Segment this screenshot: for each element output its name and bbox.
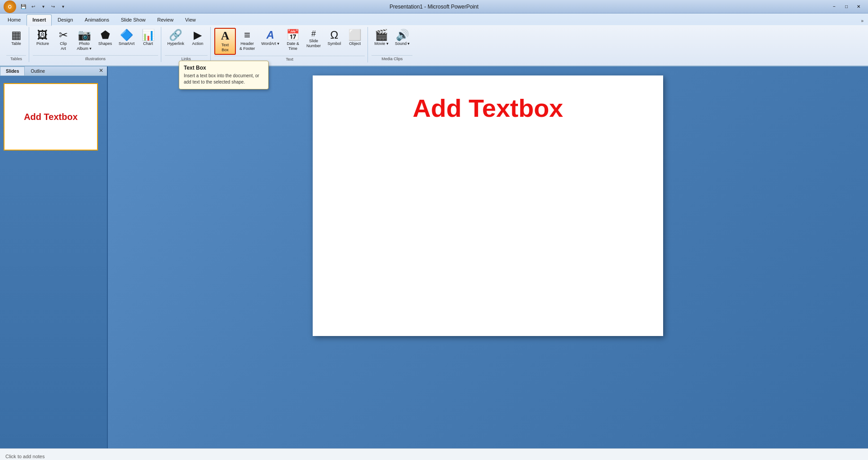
sidebar-tab-slides[interactable]: Slides [0, 66, 25, 75]
clipart-button[interactable]: ✂ Clip Art [53, 28, 73, 53]
shapes-label: Shapes [98, 41, 112, 46]
photoalbum-button[interactable]: 📷 Photo Album ▾ [74, 28, 94, 53]
save-button[interactable]: 💾 [19, 2, 28, 11]
notes-bar[interactable]: Click to add notes [0, 448, 868, 460]
headerfooter-label: Header & Footer [239, 41, 255, 51]
notes-placeholder: Click to add notes [5, 454, 44, 459]
links-group-items: 🔗 Hyperlink ▶ Action [165, 28, 208, 54]
hyperlink-button[interactable]: 🔗 Hyperlink [165, 28, 187, 48]
slidenumber-icon: # [311, 30, 316, 38]
canvas-area: Add Textbox [108, 66, 868, 448]
hyperlink-label: Hyperlink [168, 41, 185, 46]
shapes-icon: ⬟ [101, 30, 110, 40]
datetime-icon: 📅 [286, 30, 300, 40]
illustrations-group-label: Illustrations [33, 55, 158, 61]
minimize-button[interactable]: − [828, 2, 840, 11]
window-controls: − □ ✕ [828, 2, 864, 11]
object-icon: ⬜ [348, 30, 362, 40]
datetime-button[interactable]: 📅 Date & Time [283, 28, 303, 53]
headerfooter-icon: ≡ [244, 30, 250, 40]
picture-icon: 🖼 [37, 30, 48, 40]
chart-button[interactable]: 📊 Chart [138, 28, 158, 48]
office-button[interactable]: O [4, 0, 16, 13]
wordart-button[interactable]: A WordArt ▾ [259, 28, 282, 48]
text-group-items: A Text Box ≡ Header & Footer A WordArt ▾… [214, 28, 365, 55]
headerfooter-button[interactable]: ≡ Header & Footer [237, 28, 258, 53]
slide-thumb-container: 1 Add Textbox [4, 83, 103, 150]
window-title: Presentation1 - Microsoft PowerPoint [390, 4, 478, 10]
tab-view[interactable]: View [179, 14, 202, 25]
quick-access-toolbar: 💾 ↩ ▾ ↪ ▾ [19, 2, 67, 11]
ribbon-content: ▦ Table Tables 🖼 Picture ✂ Clip Art 📷 [0, 25, 868, 66]
ribbon-group-tables: ▦ Table Tables [4, 27, 29, 62]
title-bar-left: O 💾 ↩ ▾ ↪ ▾ [4, 0, 67, 13]
tab-design[interactable]: Design [52, 14, 79, 25]
action-button[interactable]: ▶ Action [188, 28, 208, 48]
tables-group-label: Tables [6, 55, 26, 61]
smartart-button[interactable]: 🔷 SmartArt [116, 28, 137, 48]
redo-button[interactable]: ↪ [49, 2, 58, 11]
title-bar: O 💾 ↩ ▾ ↪ ▾ Presentation1 - Microsoft Po… [0, 0, 868, 13]
slide-panel: 1 Add Textbox [0, 76, 107, 448]
customize-quick-access[interactable]: ▾ [58, 2, 67, 11]
action-icon: ▶ [194, 30, 202, 40]
movie-label: Movie ▾ [374, 41, 389, 46]
tab-home[interactable]: Home [2, 14, 27, 25]
picture-label: Picture [36, 41, 49, 46]
tables-group-items: ▦ Table [6, 28, 26, 54]
slide-canvas[interactable]: Add Textbox [313, 75, 663, 336]
ribbon-tabs: Home Insert Design Animations Slide Show… [0, 13, 868, 25]
slide-thumb-text: Add Textbox [24, 112, 78, 122]
object-button[interactable]: ⬜ Object [345, 28, 365, 48]
sound-label: Sound ▾ [395, 41, 410, 46]
chart-icon: 📊 [142, 30, 155, 40]
slidenumber-button[interactable]: # Slide Number [304, 28, 323, 50]
shapes-button[interactable]: ⬟ Shapes [95, 28, 115, 48]
textbox-button[interactable]: A Text Box [214, 28, 236, 55]
hyperlink-icon: 🔗 [169, 30, 182, 40]
tab-slideshow[interactable]: Slide Show [115, 14, 151, 25]
tab-review[interactable]: Review [151, 14, 179, 25]
symbol-button[interactable]: Ω Symbol [324, 28, 344, 48]
textbox-label: Text Box [221, 43, 229, 53]
symbol-label: Symbol [328, 41, 341, 46]
tooltip-textbox: Text Box Insert a text box into the docu… [179, 61, 269, 89]
table-button[interactable]: ▦ Table [6, 28, 26, 48]
ribbon: Home Insert Design Animations Slide Show… [0, 13, 868, 66]
clipart-icon: ✂ [59, 30, 68, 40]
symbol-icon: Ω [330, 30, 338, 40]
main-area: Slides Outline ✕ 1 Add Textbox Add Textb… [0, 66, 868, 448]
table-label: Table [11, 41, 21, 46]
movie-button[interactable]: 🎬 Movie ▾ [372, 28, 391, 48]
close-button[interactable]: ✕ [853, 2, 864, 11]
sound-button[interactable]: 🔊 Sound ▾ [392, 28, 413, 48]
mediaclips-group-items: 🎬 Movie ▾ 🔊 Sound ▾ [372, 28, 413, 54]
smartart-label: SmartArt [119, 41, 135, 46]
tab-animations[interactable]: Animations [79, 14, 115, 25]
movie-icon: 🎬 [375, 30, 388, 40]
ribbon-extra-icon[interactable]: » [858, 17, 866, 25]
sound-icon: 🔊 [396, 30, 409, 40]
tab-insert[interactable]: Insert [27, 14, 52, 26]
maximize-button[interactable]: □ [841, 2, 852, 11]
sidebar-close-button[interactable]: ✕ [95, 66, 107, 75]
datetime-label: Date & Time [287, 41, 299, 51]
object-label: Object [349, 41, 361, 46]
wordart-label: WordArt ▾ [261, 41, 279, 46]
slide-main-text: Add Textbox [413, 93, 563, 123]
ribbon-group-mediaclips: 🎬 Movie ▾ 🔊 Sound ▾ Media Clips [369, 27, 416, 62]
undo-dropdown[interactable]: ▾ [39, 2, 48, 11]
illustrations-group-items: 🖼 Picture ✂ Clip Art 📷 Photo Album ▾ ⬟ S… [33, 28, 158, 54]
action-label: Action [192, 41, 204, 46]
photoalbum-label: Photo Album ▾ [77, 41, 92, 51]
slide-thumbnail[interactable]: Add Textbox [4, 83, 98, 150]
picture-button[interactable]: 🖼 Picture [33, 28, 53, 48]
mediaclips-group-label: Media Clips [372, 55, 413, 61]
undo-button[interactable]: ↩ [29, 2, 38, 11]
textbox-icon: A [221, 30, 230, 42]
clipart-label: Clip Art [60, 41, 67, 51]
smartart-icon: 🔷 [120, 30, 133, 40]
sidebar-tab-outline[interactable]: Outline [25, 66, 51, 75]
ribbon-group-text: A Text Box ≡ Header & Footer A WordArt ▾… [212, 27, 368, 62]
sidebar: Slides Outline ✕ 1 Add Textbox [0, 66, 108, 448]
